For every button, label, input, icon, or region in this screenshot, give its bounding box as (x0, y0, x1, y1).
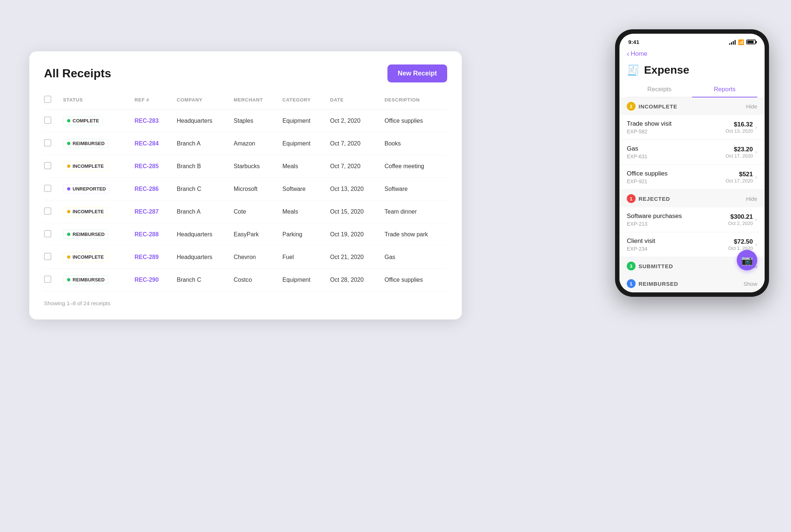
table-row[interactable]: INCOMPLETE REC-289 Headquarters Chevron … (44, 246, 447, 269)
camera-fab-button[interactable]: 📷 (737, 250, 757, 270)
phone-mockup: 9:41 📶 ‹ Ho (615, 29, 769, 297)
phone-nav: ‹ Home (619, 48, 765, 61)
app-title: Expense (644, 64, 689, 76)
row-checkbox[interactable] (44, 200, 59, 223)
report-item-amounts: $23.20 Oct 17, 2020 (726, 146, 753, 159)
section-label: REIMBURSED (639, 281, 678, 287)
section-toggle-button[interactable]: Show (743, 281, 757, 287)
report-item-left: Software purchases EXP-213 (627, 213, 728, 227)
phone-time: 9:41 (628, 39, 639, 45)
row-ref[interactable]: REC-286 (130, 178, 172, 200)
status-bar: 9:41 📶 (619, 34, 765, 48)
row-status: REIMBURSED (59, 132, 130, 155)
table-row[interactable]: UNREPORTED REC-286 Branch C Microsoft So… (44, 178, 447, 200)
row-status: INCOMPLETE (59, 155, 130, 178)
section-toggle-button[interactable]: Hide (746, 196, 757, 202)
report-item-name: Gas (627, 145, 726, 152)
status-dot (67, 278, 70, 281)
col-category: CATEGORY (278, 96, 325, 110)
row-company: Branch A (172, 132, 229, 155)
table-row[interactable]: INCOMPLETE REC-285 Branch B Starbucks Me… (44, 155, 447, 178)
table-row[interactable]: REIMBURSED REC-284 Branch A Amazon Equip… (44, 132, 447, 155)
row-checkbox[interactable] (44, 223, 59, 246)
report-item-right: $23.20 Oct 17, 2020 › (726, 146, 757, 159)
expense-icon: 🧾 (627, 64, 640, 76)
row-ref[interactable]: REC-283 (130, 110, 172, 132)
table-row[interactable]: REIMBURSED REC-288 Headquarters EasyPark… (44, 223, 447, 246)
status-dot (67, 119, 70, 122)
new-receipt-button[interactable]: New Receipt (387, 64, 447, 82)
section-badge-label: 1 REIMBURSED (627, 279, 678, 288)
status-label: INCOMPLETE (73, 209, 104, 214)
report-item-amount: $16.32 (734, 121, 753, 128)
row-description: Office supplies (380, 269, 447, 291)
row-date: Oct 21, 2020 (326, 246, 380, 269)
report-item-name: Client visit (627, 237, 728, 245)
row-merchant: EasyPark (229, 223, 278, 246)
row-ref[interactable]: REC-284 (130, 132, 172, 155)
row-checkbox[interactable] (44, 155, 59, 178)
row-ref[interactable]: REC-285 (130, 155, 172, 178)
section-badge-label: 2 INCOMPLETE (627, 102, 677, 111)
chevron-right-icon: › (755, 241, 757, 248)
report-item-amounts: $16.32 Oct 13, 2020 (726, 121, 753, 134)
page-title: All Receipts (44, 67, 111, 80)
row-merchant: Amazon (229, 132, 278, 155)
reports-content-area: 2 INCOMPLETE Hide Trade show visit EXP-5… (619, 97, 765, 292)
report-item[interactable]: Gas EXP-631 $23.20 Oct 17, 2020 › (619, 140, 765, 165)
row-ref[interactable]: REC-287 (130, 200, 172, 223)
report-item-code: EXP-234 (627, 246, 728, 252)
col-merchant: MERCHANT (229, 96, 278, 110)
row-checkbox[interactable] (44, 246, 59, 269)
row-date: Oct 15, 2020 (326, 200, 380, 223)
select-all-checkbox[interactable] (44, 96, 51, 103)
report-item[interactable]: Trade show visit EXP-582 $16.32 Oct 13, … (619, 115, 765, 140)
status-dot (67, 233, 70, 236)
panel-header: All Receipts New Receipt (44, 64, 447, 82)
status-dot (67, 210, 70, 213)
row-ref[interactable]: REC-289 (130, 246, 172, 269)
row-checkbox[interactable] (44, 178, 59, 200)
chevron-right-icon: › (755, 123, 757, 131)
section-toggle-button[interactable]: Hide (746, 103, 757, 110)
desktop-receipts-panel: All Receipts New Receipt STATUS REF # CO… (29, 51, 462, 319)
report-item-name: Software purchases (627, 213, 728, 220)
row-merchant: Microsoft (229, 178, 278, 200)
report-item-amount: $23.20 (734, 146, 753, 153)
row-ref[interactable]: REC-288 (130, 223, 172, 246)
row-ref[interactable]: REC-290 (130, 269, 172, 291)
row-date: Oct 7, 2020 (326, 132, 380, 155)
table-row[interactable]: REIMBURSED REC-290 Branch C Costco Equip… (44, 269, 447, 291)
report-item[interactable]: Office supplies EXP-921 $521 Oct 17, 202… (619, 165, 765, 190)
report-item-date: Oct 17, 2020 (726, 178, 753, 184)
row-company: Branch C (172, 269, 229, 291)
row-status: INCOMPLETE (59, 246, 130, 269)
row-status: REIMBURSED (59, 223, 130, 246)
phone-screen: 9:41 📶 ‹ Ho (619, 34, 765, 292)
report-item-left: Client visit EXP-234 (627, 237, 728, 252)
table-row[interactable]: INCOMPLETE REC-287 Branch A Cote Meals O… (44, 200, 447, 223)
status-label: REIMBURSED (73, 277, 104, 282)
table-row[interactable]: COMPLETE REC-283 Headquarters Staples Eq… (44, 110, 447, 132)
report-item-left: Gas EXP-631 (627, 145, 726, 159)
back-button[interactable]: ‹ Home (627, 49, 647, 58)
report-item[interactable]: Software purchases EXP-213 $300.21 Oct 2… (619, 207, 765, 232)
status-label: INCOMPLETE (73, 163, 104, 169)
report-item-code: EXP-921 (627, 178, 726, 184)
report-item-amounts: $300.21 Oct 2, 2020 (728, 213, 753, 226)
tab-reports[interactable]: Reports (692, 82, 757, 97)
section-badge-label: 3 SUBMITTED (627, 262, 673, 270)
row-category: Parking (278, 223, 325, 246)
section-header-0: 2 INCOMPLETE Hide (619, 97, 765, 115)
row-checkbox[interactable] (44, 132, 59, 155)
row-checkbox[interactable] (44, 110, 59, 132)
row-merchant: Cote (229, 200, 278, 223)
row-description: Books (380, 132, 447, 155)
section-header-1: 1 REJECTED Hide (619, 190, 765, 207)
row-checkbox[interactable] (44, 269, 59, 291)
chevron-left-icon: ‹ (627, 49, 629, 58)
signal-icon (729, 40, 736, 45)
col-ref: REF # (130, 96, 172, 110)
report-item-amounts: $521 Oct 17, 2020 (726, 171, 753, 184)
tab-receipts[interactable]: Receipts (627, 82, 692, 97)
